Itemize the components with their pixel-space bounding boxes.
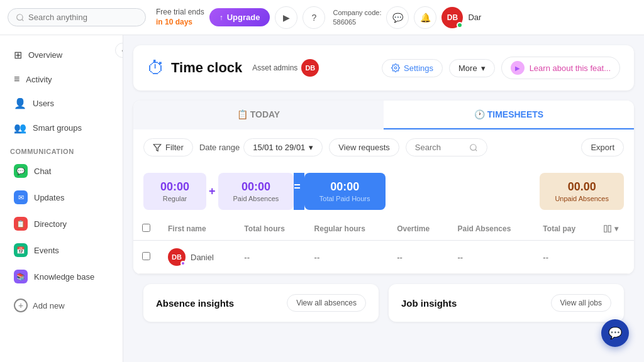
upgrade-icon: ↑	[219, 13, 223, 22]
col-total-hours: Total hours	[235, 217, 305, 241]
bottom-cards: Absence insights View all absences Job i…	[133, 274, 634, 332]
col-overtime: Overtime	[388, 217, 448, 241]
unpaid-hours-label: Unpaid Absences	[555, 195, 609, 202]
equals-sign: =	[294, 173, 304, 210]
total-hours-cell: --	[235, 241, 305, 274]
filter-icon	[153, 143, 162, 152]
chat-button[interactable]: 💬	[386, 6, 409, 29]
unpaid-absences-box: 00.00 Unpaid Absences	[540, 173, 624, 210]
time-clock-actions: Settings More ▾ ▶ Learn about this feat.…	[382, 57, 620, 79]
svg-point-0	[17, 14, 23, 19]
sidebar-item-overview[interactable]: ⊞ Overview	[4, 43, 119, 67]
columns-icon	[603, 224, 612, 233]
trial-badge: Free trial ends in 10 days	[156, 8, 204, 27]
content-panel: 📋 TODAY 🕐 TIMESHEETS Filter Date range 1…	[133, 101, 634, 274]
total-hours-value: 00:00	[330, 180, 359, 194]
play-button[interactable]: ▶	[275, 6, 297, 29]
activity-icon: ≡	[14, 74, 19, 85]
absence-insights-card: Absence insights View all absences	[143, 284, 379, 322]
regular-hours-box: 00:00 Regular	[143, 173, 206, 210]
upgrade-button[interactable]: ↑ Upgrade	[209, 8, 270, 26]
sidebar-item-events[interactable]: 📅 Events	[4, 237, 119, 263]
sidebar-item-directory[interactable]: 📋 Directory	[4, 211, 119, 237]
search-icon	[469, 143, 478, 152]
column-toggle[interactable]: ▾	[603, 224, 625, 233]
add-circle-icon: +	[14, 299, 28, 312]
chevron-down-icon: ▾	[614, 224, 618, 233]
time-clock-header: ⏱ Time clock Asset admins DB Settings Mo…	[133, 45, 634, 90]
view-all-absences-button[interactable]: View all absences	[287, 294, 366, 312]
top-navigation: Free trial ends in 10 days ↑ Upgrade ▶ ?…	[0, 0, 644, 35]
chevron-down-icon: ▾	[481, 63, 486, 73]
admin-avatar: DB	[301, 59, 319, 77]
unpaid-hours-value: 00.00	[568, 180, 596, 194]
users-icon: 👤	[14, 97, 26, 109]
table-row: DB Daniel -- -- -- -- --	[133, 241, 634, 274]
employees-table: First name Total hours Regular hours Ove…	[133, 217, 634, 274]
sidebar-item-chat[interactable]: 💬 Chat	[4, 158, 119, 184]
sidebar-item-knowledge-base[interactable]: 📚 Knowledge base	[4, 263, 119, 290]
filter-button[interactable]: Filter	[143, 138, 193, 156]
absence-insights-title: Absence insights	[156, 298, 234, 309]
user-avatar[interactable]: DB	[441, 7, 463, 28]
search-icon	[16, 13, 25, 22]
online-indicator	[457, 22, 463, 28]
svg-marker-2	[153, 144, 161, 151]
updates-icon: ✉	[14, 190, 28, 204]
company-info: Company code: 586065	[333, 8, 381, 26]
row-avatar: DB	[168, 248, 186, 266]
col-first-name: First name	[159, 217, 235, 241]
row-checkbox[interactable]	[142, 252, 150, 260]
tab-today[interactable]: 📋 TODAY	[133, 101, 384, 129]
col-regular-hours: Regular hours	[306, 217, 389, 241]
view-requests-button[interactable]: View requests	[329, 138, 399, 156]
sidebar-item-updates[interactable]: ✉ Updates	[4, 184, 119, 211]
view-all-jobs-button[interactable]: View all jobs	[551, 294, 611, 312]
tab-timesheets[interactable]: 🕐 TIMESHEETS	[384, 101, 634, 129]
user-name: Dar	[468, 13, 481, 22]
date-range-select[interactable]: 15/01 to 29/01 ▾	[243, 138, 323, 156]
regular-hours-cell: --	[306, 241, 389, 274]
total-hours-box: 00:00 Total Paid Hours	[304, 173, 386, 210]
overtime-cell: --	[388, 241, 448, 274]
total-pay-cell: --	[534, 241, 594, 274]
export-button[interactable]: Export	[581, 138, 624, 156]
job-insights-card: Job insights View all jobs	[389, 284, 624, 322]
svg-point-1	[394, 67, 397, 69]
more-button[interactable]: More ▾	[449, 59, 495, 77]
svg-rect-4	[604, 226, 607, 233]
play-icon: ▶	[511, 61, 525, 75]
search-input[interactable]	[28, 13, 138, 22]
sidebar-item-users[interactable]: 👤 Users	[4, 91, 119, 116]
chat-fab-button[interactable]: 💬	[601, 319, 629, 347]
communication-section-label: Communication	[0, 140, 123, 158]
select-all-checkbox[interactable]	[142, 224, 150, 232]
employee-name: Daniel	[191, 253, 214, 262]
time-clock-icon: ⏱	[147, 58, 165, 79]
svg-rect-5	[609, 226, 611, 233]
sidebar-item-activity[interactable]: ≡ Activity	[4, 67, 119, 91]
learn-button[interactable]: ▶ Learn about this feat...	[501, 57, 620, 79]
regular-hours-label: Regular	[163, 195, 187, 202]
search-bar[interactable]	[8, 8, 146, 26]
paid-absences-box: 00:00 Paid Absences	[218, 173, 294, 210]
asset-admins: Asset admins DB	[252, 59, 319, 77]
date-range-chevron: ▾	[309, 143, 313, 152]
tabs-row: 📋 TODAY 🕐 TIMESHEETS	[133, 101, 634, 129]
chat-icon: 💬	[14, 164, 28, 178]
smart-groups-icon: 👥	[14, 122, 26, 134]
table-search-input[interactable]	[415, 143, 465, 152]
knowledge-base-icon: 📚	[14, 270, 28, 283]
regular-hours-value: 00:00	[160, 180, 189, 194]
settings-icon	[391, 63, 400, 72]
table-search[interactable]	[406, 138, 487, 156]
notifications-button[interactable]: 🔔	[414, 6, 436, 29]
settings-button[interactable]: Settings	[382, 59, 443, 77]
add-new-button[interactable]: + Add new	[4, 292, 119, 319]
timesheets-tab-icon: 🕐	[474, 109, 485, 119]
sidebar-item-smart-groups[interactable]: 👥 Smart groups	[4, 116, 119, 140]
help-button[interactable]: ?	[303, 6, 325, 29]
overview-icon: ⊞	[14, 49, 22, 61]
main-content: ⏱ Time clock Asset admins DB Settings Mo…	[123, 35, 644, 362]
col-total-pay: Total pay	[534, 217, 594, 241]
